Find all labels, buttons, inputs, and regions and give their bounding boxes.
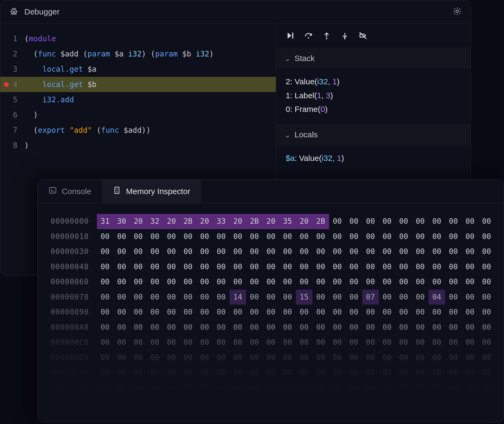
hex-byte[interactable]: 00 [130, 380, 147, 396]
hex-byte[interactable]: 00 [130, 365, 147, 380]
hex-byte[interactable]: 00 [346, 335, 362, 350]
hex-byte[interactable]: 00 [429, 229, 445, 244]
hex-byte[interactable]: 00 [263, 365, 279, 380]
hex-byte[interactable]: 00 [263, 335, 279, 350]
hex-byte[interactable]: 00 [462, 350, 478, 365]
hex-byte[interactable]: 00 [246, 305, 263, 320]
gutter[interactable]: 6 [0, 111, 24, 119]
hex-byte[interactable]: 00 [462, 335, 478, 350]
hex-byte[interactable]: 00 [329, 290, 346, 305]
hex-byte[interactable]: 00 [412, 335, 429, 350]
hex-byte[interactable]: 00 [445, 244, 462, 259]
hex-byte[interactable]: 00 [163, 335, 180, 350]
hex-byte[interactable]: 00 [230, 244, 246, 259]
hex-byte[interactable]: 00 [379, 305, 395, 320]
hex-byte[interactable]: 2B [180, 214, 196, 229]
hex-byte[interactable]: 00 [329, 320, 346, 335]
hex-byte[interactable]: 00 [346, 259, 362, 275]
hex-byte[interactable]: 00 [147, 244, 163, 259]
hex-byte[interactable]: 00 [97, 305, 113, 320]
hex-byte[interactable]: 00 [329, 335, 346, 350]
step-into-button[interactable] [340, 31, 349, 41]
gutter[interactable]: 7 [0, 126, 24, 135]
hex-byte[interactable]: 00 [147, 305, 163, 320]
hex-byte[interactable]: 00 [312, 229, 329, 244]
hex-byte[interactable]: 00 [429, 305, 445, 320]
hex-byte[interactable]: 00 [312, 365, 329, 380]
hex-byte[interactable]: 00 [412, 365, 429, 380]
hex-byte[interactable]: 00 [196, 320, 213, 335]
hex-byte[interactable]: 00 [379, 350, 395, 365]
hex-byte[interactable]: 00 [163, 365, 180, 380]
hex-byte[interactable]: 00 [213, 274, 230, 290]
hex-byte[interactable]: 00 [213, 365, 230, 380]
code-line[interactable]: 4 local.get $b [0, 77, 276, 92]
code-line[interactable]: 1(module [0, 31, 276, 46]
hex-byte[interactable]: 00 [379, 335, 395, 350]
hex-byte[interactable]: 00 [113, 320, 130, 335]
hex-byte[interactable]: 00 [329, 305, 346, 320]
hex-byte[interactable]: 00 [296, 365, 312, 380]
hex-byte[interactable]: 00 [429, 335, 445, 350]
hex-byte[interactable]: 00 [445, 365, 462, 380]
hex-byte[interactable]: 00 [478, 244, 495, 259]
hex-byte[interactable]: 00 [346, 380, 362, 396]
hex-byte[interactable]: 00 [279, 274, 296, 290]
deactivate-breakpoints-button[interactable] [358, 31, 368, 41]
hex-byte[interactable]: 00 [130, 274, 147, 290]
hex-byte[interactable]: 00 [478, 305, 495, 320]
hex-byte[interactable]: 00 [395, 335, 412, 350]
tab-memory[interactable]: 0110Memory Inspector [102, 180, 201, 203]
hex-byte[interactable]: 00 [180, 335, 196, 350]
hex-byte[interactable]: 00 [445, 380, 462, 396]
hex-byte[interactable]: 00 [130, 320, 147, 335]
hex-byte[interactable]: 00 [312, 320, 329, 335]
hex-byte[interactable]: 00 [412, 350, 429, 365]
hex-byte[interactable]: 00 [312, 274, 329, 290]
hex-byte[interactable]: 00 [213, 290, 230, 305]
hex-byte[interactable]: 00 [97, 320, 113, 335]
hex-byte[interactable]: 00 [163, 290, 180, 305]
hex-byte[interactable]: 00 [296, 259, 312, 275]
hex-byte[interactable]: 00 [312, 380, 329, 396]
hex-byte[interactable]: 00 [412, 290, 429, 305]
hex-byte[interactable]: 00 [180, 380, 196, 396]
hex-byte[interactable]: 00 [412, 259, 429, 275]
hex-byte[interactable]: 00 [445, 214, 462, 229]
hex-byte[interactable]: 00 [462, 290, 478, 305]
hex-byte[interactable]: 00 [478, 290, 495, 305]
hex-byte[interactable]: 00 [462, 305, 478, 320]
hex-byte[interactable]: 00 [379, 229, 395, 244]
hex-byte[interactable]: 00 [445, 335, 462, 350]
hex-byte[interactable]: 00 [462, 320, 478, 335]
hex-byte[interactable]: 00 [263, 380, 279, 396]
gutter[interactable]: 4 [0, 80, 24, 89]
hex-byte[interactable]: 00 [279, 380, 296, 396]
hex-byte[interactable]: 00 [163, 320, 180, 335]
hex-byte[interactable]: 00 [478, 274, 495, 290]
gutter[interactable]: 8 [0, 141, 24, 150]
hex-byte[interactable]: 00 [279, 229, 296, 244]
hex-byte[interactable]: 00 [478, 365, 495, 380]
hex-byte[interactable]: 00 [362, 350, 379, 365]
hex-byte[interactable]: 00 [478, 380, 495, 396]
stack-item[interactable]: 2: Value(i32, 1) [286, 75, 461, 89]
hex-byte[interactable]: 00 [230, 259, 246, 275]
hex-byte[interactable]: 00 [246, 320, 263, 335]
hex-byte[interactable]: 00 [180, 320, 196, 335]
hex-byte[interactable]: 00 [113, 380, 130, 396]
hex-byte[interactable]: 00 [97, 259, 113, 275]
hex-byte[interactable]: 00 [478, 259, 495, 275]
hex-byte[interactable]: 00 [246, 290, 263, 305]
hex-byte[interactable]: 00 [346, 274, 362, 290]
hex-row[interactable]: 000000A800000000000000000000000000000000… [51, 320, 491, 335]
hex-byte[interactable]: 00 [312, 244, 329, 259]
gutter[interactable]: 1 [0, 34, 24, 43]
hex-byte[interactable]: 00 [296, 380, 312, 396]
hex-byte[interactable]: 00 [312, 335, 329, 350]
hex-byte[interactable]: 15 [296, 290, 312, 305]
hex-byte[interactable]: 00 [263, 350, 279, 365]
hex-byte[interactable]: 00 [97, 365, 113, 380]
hex-byte[interactable]: 00 [346, 229, 362, 244]
hex-byte[interactable]: 00 [429, 259, 445, 275]
